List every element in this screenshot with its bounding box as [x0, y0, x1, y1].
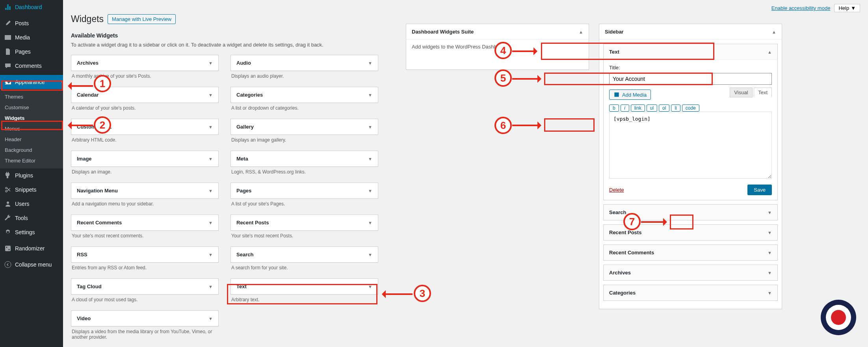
- submenu-theme-editor[interactable]: Theme Editor: [0, 155, 63, 166]
- toolbar-italic[interactable]: i: [621, 104, 629, 112]
- delete-link[interactable]: Delete: [609, 187, 624, 193]
- tab-visual[interactable]: Visual: [730, 88, 752, 97]
- chevron-down-icon: ▼: [768, 291, 772, 295]
- comments-icon: [4, 62, 12, 70]
- toolbar-ul[interactable]: ul: [647, 104, 657, 112]
- widget-video[interactable]: Video▼: [71, 310, 219, 326]
- submenu-header[interactable]: Header: [0, 134, 63, 145]
- chevron-down-icon: ▼: [851, 5, 856, 11]
- chevron-down-icon: ▼: [768, 230, 772, 235]
- collapse-icon: [4, 261, 12, 269]
- widget-meta[interactable]: Meta▼: [230, 151, 378, 167]
- menu-randomizer[interactable]: Randomizer: [0, 241, 63, 256]
- pages-icon: [4, 48, 12, 56]
- chevron-down-icon: ▼: [368, 252, 372, 257]
- svg-point-1: [6, 190, 7, 192]
- appearance-icon: [4, 78, 12, 86]
- submenu-background[interactable]: Background: [0, 145, 63, 155]
- users-icon: [4, 200, 12, 208]
- chevron-down-icon: ▼: [368, 93, 372, 97]
- widget-categories[interactable]: Categories▼: [230, 87, 378, 103]
- menu-users[interactable]: Users: [0, 197, 63, 211]
- menu-plugins[interactable]: Plugins: [0, 168, 63, 183]
- available-desc: To activate a widget drag it to a sideba…: [71, 42, 378, 48]
- svg-rect-4: [5, 246, 11, 251]
- toolbar-li[interactable]: li: [671, 104, 680, 112]
- widget-pages[interactable]: Pages▼: [230, 183, 378, 199]
- media-icon: [613, 91, 620, 98]
- widget-image[interactable]: Image▼: [71, 151, 219, 167]
- widget-search[interactable]: Search▼: [230, 246, 378, 263]
- panel-header-sidebar[interactable]: Sidebar▲: [599, 24, 782, 40]
- svg-point-7: [5, 261, 11, 268]
- chevron-down-icon: ▼: [768, 250, 772, 255]
- menu-dashboard[interactable]: Dashboard: [0, 0, 63, 14]
- sidebar-widget-text: Text▲ Title: Visual Text Add Media b i l…: [603, 44, 778, 200]
- page-title: Widgets: [71, 14, 104, 24]
- widget-text[interactable]: Text▼: [230, 278, 378, 295]
- widget-calendar[interactable]: Calendar▼: [71, 87, 219, 103]
- chevron-up-icon: ▲: [772, 30, 776, 34]
- chevron-down-icon: ▼: [208, 252, 213, 257]
- submenu-customise[interactable]: Customise: [0, 102, 63, 113]
- submenu-widgets[interactable]: Widgets: [0, 113, 63, 123]
- help-button[interactable]: Help ▼: [834, 4, 860, 12]
- menu-tools[interactable]: Tools: [0, 211, 63, 225]
- widget-recent-comments[interactable]: Recent Comments▼: [71, 215, 219, 231]
- widget-custom-html[interactable]: Custom HTML▼: [71, 119, 219, 135]
- widget-recent-posts[interactable]: Recent Posts▼: [230, 215, 378, 231]
- accessibility-link[interactable]: Enable accessibility mode: [771, 5, 831, 11]
- menu-snippets[interactable]: Snippets: [0, 183, 63, 197]
- title-input[interactable]: [609, 73, 772, 85]
- tools-icon: [4, 214, 12, 222]
- settings-icon: [4, 228, 12, 236]
- svg-point-3: [7, 201, 9, 204]
- widget-nav-menu[interactable]: Navigation Menu▼: [71, 183, 219, 199]
- chevron-up-icon: ▲: [768, 50, 772, 54]
- drop-dashboard-widgets: Dashboard Widgets Suite▲ Add widgets to …: [406, 24, 589, 70]
- widget-text-header[interactable]: Text▲: [604, 44, 777, 60]
- menu-posts[interactable]: Posts: [0, 16, 63, 30]
- menu-settings[interactable]: Settings: [0, 225, 63, 239]
- add-media-button[interactable]: Add Media: [609, 90, 651, 100]
- chevron-down-icon: ▼: [368, 284, 372, 289]
- sidebar-widget-archives[interactable]: Archives▼: [604, 265, 777, 280]
- content-textarea[interactable]: [609, 112, 772, 179]
- chevron-up-icon: ▲: [579, 30, 583, 34]
- menu-appearance[interactable]: Appearance: [0, 75, 63, 89]
- chevron-down-icon: ▼: [208, 93, 213, 97]
- chevron-down-icon: ▼: [768, 210, 772, 215]
- save-button[interactable]: Save: [747, 185, 772, 195]
- toolbar-link[interactable]: link: [631, 104, 645, 112]
- manage-live-preview-button[interactable]: Manage with Live Preview: [108, 14, 176, 24]
- widget-archives[interactable]: Archives▼: [71, 55, 219, 71]
- sidebar-widget-categories[interactable]: Categories▼: [604, 285, 777, 300]
- chevron-down-icon: ▼: [208, 188, 213, 193]
- menu-pages[interactable]: Pages: [0, 45, 63, 59]
- widget-tag-cloud[interactable]: Tag Cloud▼: [71, 278, 219, 295]
- submenu-themes[interactable]: Themes: [0, 91, 63, 102]
- tab-text[interactable]: Text: [754, 88, 772, 97]
- target-logo: [821, 300, 856, 335]
- toolbar-bold[interactable]: b: [609, 104, 619, 112]
- randomizer-icon: [4, 244, 12, 252]
- chevron-down-icon: ▼: [368, 125, 372, 129]
- sidebar-widget-recent-posts[interactable]: Recent Posts▼: [604, 225, 777, 240]
- svg-point-6: [9, 249, 10, 250]
- menu-comments[interactable]: Comments: [0, 59, 63, 73]
- menu-media[interactable]: Media: [0, 30, 63, 45]
- chevron-down-icon: ▼: [368, 220, 372, 225]
- chevron-down-icon: ▼: [368, 61, 372, 65]
- sidebar-widget-search[interactable]: Search▼: [604, 205, 777, 220]
- toolbar-ol[interactable]: ol: [659, 104, 669, 112]
- toolbar-code[interactable]: code: [682, 104, 699, 112]
- widget-audio[interactable]: Audio▼: [230, 55, 378, 71]
- widget-gallery[interactable]: Gallery▼: [230, 119, 378, 135]
- chevron-down-icon: ▼: [208, 284, 213, 289]
- sidebar-widget-recent-comments[interactable]: Recent Comments▼: [604, 245, 777, 260]
- menu-collapse[interactable]: Collapse menu: [0, 257, 63, 272]
- chevron-down-icon: ▼: [208, 157, 213, 161]
- panel-header-dashboard[interactable]: Dashboard Widgets Suite▲: [406, 24, 589, 40]
- submenu-menus[interactable]: Menus: [0, 123, 63, 134]
- widget-rss[interactable]: RSS▼: [71, 246, 219, 263]
